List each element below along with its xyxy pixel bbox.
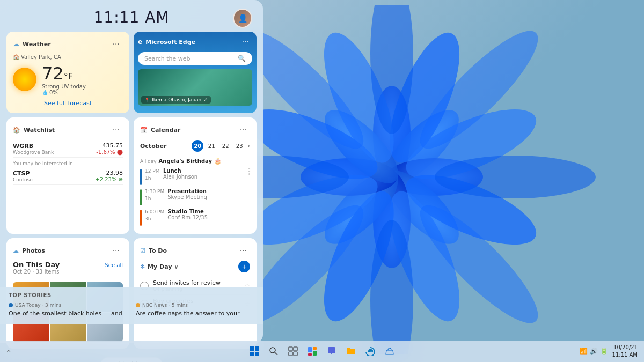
calendar-widget: 📅 Calendar ··· October 20 21 22 23 › All… <box>134 117 257 234</box>
edge-featured-image: 📍 Ikema Ohashi, Japan ⤢ <box>138 69 252 106</box>
stock-ticker-ctsp: CTSP <box>13 170 33 177</box>
battery-icon: 🔋 <box>600 348 608 355</box>
stock-ticker-wgrb: WGRB <box>13 143 54 150</box>
event-title-presentation: Presentation <box>167 188 207 194</box>
weather-title-row: ☁ Weather <box>13 40 51 48</box>
calendar-more-button[interactable]: ··· <box>237 124 250 136</box>
taskbar-clock[interactable]: 10/20/21 11:11 AM <box>612 344 638 359</box>
stock-item-ctsp: CTSP Contoso 23.98 +2.23% ⊕ <box>13 167 123 185</box>
cal-day-21[interactable]: 21 <box>206 140 217 152</box>
calendar-month: October <box>140 143 166 150</box>
svg-rect-36 <box>313 351 317 356</box>
edge-location-name: Ikema Ohashi, Japan <box>152 97 201 102</box>
svg-rect-24 <box>250 346 254 351</box>
news-item-2[interactable]: NBC News · 5 mins Are coffee naps the an… <box>136 302 254 317</box>
sun-icon <box>13 68 36 91</box>
todo-title-row: ☑ To Do <box>140 247 167 254</box>
windows-logo-icon <box>250 346 259 356</box>
weather-forecast-link[interactable]: See full forecast <box>13 100 123 107</box>
photos-title-row: ☁ Photos <box>13 247 45 254</box>
news-item-1[interactable]: USA Today · 3 mins One of the smallest b… <box>9 302 127 317</box>
photos-see-all-link[interactable]: See all <box>105 262 123 268</box>
svg-rect-35 <box>313 347 317 350</box>
task-view-button[interactable] <box>284 343 302 360</box>
photos-title: Photos <box>22 247 45 254</box>
edge-taskbar-icon <box>365 346 375 356</box>
svg-rect-33 <box>294 352 297 356</box>
home-icon: 🏠 <box>13 54 19 60</box>
weather-more-button[interactable]: ··· <box>109 38 123 50</box>
edge-search-bar[interactable]: Search the web 🔍 <box>138 52 252 65</box>
weather-description: Strong UV today <box>42 84 86 90</box>
taskbar-system-tray: 📶 🔊 🔋 10/20/21 11:11 AM <box>580 344 638 359</box>
system-icons: 📶 🔊 🔋 <box>580 348 608 355</box>
cal-event-studio: 6:00 PM3h Studio Time Conf Rm 32/35 <box>140 207 250 227</box>
event-sub-presentation: Skype Meeting <box>167 194 207 200</box>
photos-more-button[interactable]: ··· <box>109 245 123 256</box>
todo-add-button[interactable]: + <box>238 261 250 272</box>
search-taskbar-button[interactable] <box>265 343 282 360</box>
cal-day-22[interactable]: 22 <box>219 140 231 152</box>
widgets-taskbar-button[interactable] <box>304 343 321 360</box>
top-stories-label: TOP STORIES <box>9 292 254 298</box>
watchlist-title: Watchlist <box>24 127 55 134</box>
store-taskbar-icon <box>385 346 394 356</box>
edge-icon: e <box>138 38 142 46</box>
tray-expand-icon[interactable]: ^ <box>6 350 11 356</box>
svg-line-29 <box>275 352 277 355</box>
search-taskbar-icon <box>269 346 279 356</box>
user-avatar[interactable]: 👤 <box>233 9 252 28</box>
taskbar: ^ <box>0 341 644 362</box>
cal-day-20[interactable]: 20 <box>192 140 203 152</box>
all-day-label: All day <box>140 159 157 164</box>
cal-event-birthday: All day Angela's Birthday 🎂 <box>140 156 250 166</box>
taskbar-center-icons <box>246 343 398 360</box>
edge-taskbar-button[interactable] <box>362 343 379 360</box>
news-headline-2: Are coffee naps the answer to your <box>136 309 254 317</box>
edge-more-button[interactable]: ··· <box>239 36 252 48</box>
todo-more-button[interactable]: ··· <box>237 245 250 256</box>
event-bar-presentation <box>140 189 142 205</box>
svg-rect-31 <box>294 347 297 351</box>
svg-rect-30 <box>289 347 292 351</box>
weather-main: 72°F Strong UV today 💧 0% <box>13 63 123 95</box>
widgets-header: 11:11 AM 👤 <box>0 0 263 32</box>
event-time-studio: 6:00 PM3h <box>145 209 164 222</box>
news-section: TOP STORIES USA Today · 3 mins One of th… <box>0 287 263 324</box>
edge-search-placeholder: Search the web <box>144 55 235 62</box>
weather-title: Weather <box>23 41 51 48</box>
calendar-days-row: 20 21 22 23 › <box>192 140 250 152</box>
store-taskbar-button[interactable] <box>381 343 398 360</box>
todo-title: To Do <box>149 247 167 254</box>
chat-taskbar-button[interactable] <box>323 343 340 360</box>
widgets-panel: 11:11 AM 👤 ☁ Weather ··· 🏠 Valley Park, … <box>0 0 263 343</box>
cal-chevron-icon[interactable]: › <box>247 142 250 150</box>
watchlist-header: 🏠 Watchlist ··· <box>13 124 123 136</box>
watchlist-more-button[interactable]: ··· <box>109 124 123 136</box>
event-bar-studio <box>140 210 142 226</box>
todo-header: ☑ To Do ··· <box>140 245 250 256</box>
volume-icon: 🔊 <box>590 348 598 355</box>
svg-rect-37 <box>308 353 312 356</box>
edge-header: e Microsoft Edge ··· <box>138 36 252 48</box>
bloom-wallpaper <box>241 5 617 354</box>
source-dot-1 <box>9 303 13 307</box>
file-explorer-button[interactable] <box>342 343 360 360</box>
stock-company-wgrb: Woodgrove Bank <box>13 150 54 155</box>
interested-label: You may be interested in <box>13 161 123 166</box>
birthday-emoji: 🎂 <box>214 158 222 165</box>
start-button[interactable] <box>246 343 263 360</box>
stock-company-ctsp: Contoso <box>13 177 33 182</box>
photos-subtitle-label: On This Day <box>13 261 60 269</box>
weather-header: ☁ Weather ··· <box>13 38 123 50</box>
edge-title-row: e Microsoft Edge <box>138 38 195 46</box>
photos-header: ☁ Photos ··· <box>13 245 123 256</box>
cal-day-23[interactable]: 23 <box>233 140 245 152</box>
svg-point-18 <box>435 156 596 198</box>
chat-taskbar-icon <box>327 346 336 356</box>
event-time-lunch: 12 PM1h <box>145 168 160 181</box>
calendar-title-row: 📅 Calendar <box>140 127 180 134</box>
edge-location-overlay: 📍 Ikema Ohashi, Japan ⤢ <box>141 96 211 104</box>
svg-rect-34 <box>308 347 312 352</box>
clock-display: 11:11 AM <box>94 9 170 26</box>
